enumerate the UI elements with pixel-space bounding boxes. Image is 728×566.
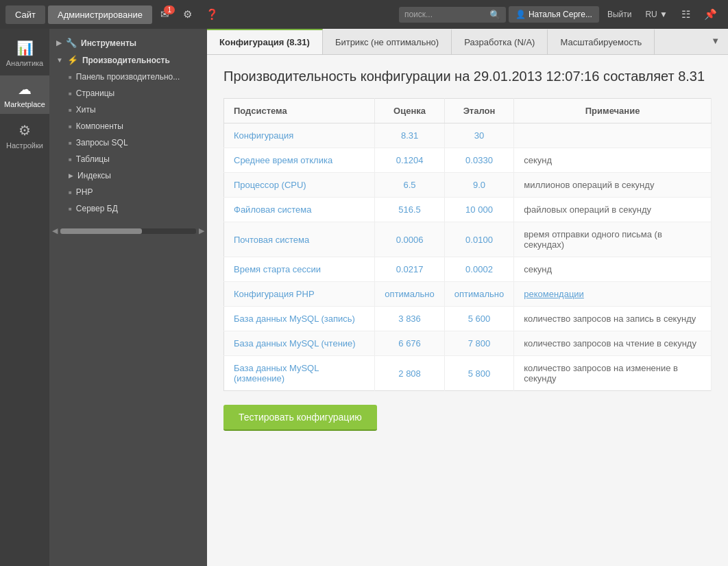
user-button[interactable]: 👤 Наталья Серге... [509, 6, 599, 23]
tools-icon: 🔧 [66, 38, 77, 48]
cell-score: 8.31 [375, 123, 444, 148]
table-row: Среднее время отклика0.12040.0330секунд [224, 148, 712, 173]
tab-bitrix[interactable]: Битрикс (не оптимально) [323, 29, 452, 54]
cell-subsystem[interactable]: База данных MySQL (чтение) [224, 331, 375, 356]
tab-config[interactable]: Конфигурация (8.31) [207, 29, 323, 54]
language-button[interactable]: RU ▼ [640, 6, 673, 23]
table-row: Процессор (CPU)6.59.0миллионов операций … [224, 173, 712, 198]
user-label: Наталья Серге... [529, 10, 592, 19]
main-content: Конфигурация (8.31) Битрикс (не оптималь… [207, 29, 728, 566]
site-button[interactable]: Сайт [5, 5, 45, 24]
nav-tables-label: Таблицы [76, 154, 110, 164]
tab-dev[interactable]: Разработка (N/A) [452, 29, 548, 54]
cell-standard: 0.0330 [444, 148, 513, 173]
cell-subsystem[interactable]: Процессор (CPU) [224, 173, 375, 198]
cell-note: количество запросов на чтение в секунду [514, 331, 712, 356]
nav-item-db-server[interactable]: ■ Сервер БД [49, 200, 207, 217]
table-row: Конфигурация PHPоптимальнооптимальнореко… [224, 282, 712, 307]
nav-item-panel[interactable]: ■ Панель производительно... [49, 69, 207, 85]
test-config-button[interactable]: Тестировать конфигурацию [223, 405, 377, 431]
nav-item-performance[interactable]: ▼ ⚡ Производительность [49, 51, 207, 69]
sidebar-item-marketplace[interactable]: ☁ Marketplace [0, 75, 49, 114]
cell-note: количество запросов на запись в секунду [514, 307, 712, 331]
cell-subsystem[interactable]: Файловая система [224, 198, 375, 222]
grid-icon-button[interactable]: ☷ [676, 5, 696, 23]
cell-subsystem[interactable]: Время старта сессии [224, 257, 375, 282]
sidebar: 📊 Аналитика ☁ Marketplace ⚙ Настройки [0, 29, 49, 566]
col-header-score: Оценка [375, 99, 444, 123]
cell-subsystem[interactable]: Конфигурация [224, 123, 375, 148]
performance-table: Подсистема Оценка Эталон Примечание Конф… [223, 98, 712, 391]
notifications-button[interactable]: ✉ 1 [155, 5, 175, 23]
notifications-badge: 1 [164, 5, 175, 14]
cell-standard: 0.0002 [444, 257, 513, 282]
admin-button[interactable]: Администрирование [48, 5, 152, 24]
cell-note[interactable]: рекомендации [514, 282, 712, 307]
sidebar-marketplace-label: Marketplace [4, 100, 45, 108]
bullet-icon: ■ [69, 123, 72, 130]
cell-note: количество запросов на изменение в секун… [514, 356, 712, 391]
nav-item-instruments[interactable]: ▶ 🔧 Инструменты [49, 34, 207, 51]
cell-score: 0.1204 [375, 148, 444, 173]
bullet-icon: ■ [69, 74, 72, 80]
page-title: Производительность конфигурации на 29.01… [223, 69, 712, 84]
table-row: Время старта сессии0.02170.0002секунд [224, 257, 712, 282]
table-row: Почтовая система0.00060.0100время отправ… [224, 222, 712, 257]
bullet-icon: ■ [69, 156, 72, 163]
recommendations-link[interactable]: рекомендации [524, 289, 584, 299]
cell-standard: 0.0100 [444, 222, 513, 257]
tabs-bar: Конфигурация (8.31) Битрикс (не оптималь… [207, 29, 728, 55]
cell-score: 516.5 [375, 198, 444, 222]
nav-indexes-label: Индексы [77, 171, 111, 180]
cell-score: 6.5 [375, 173, 444, 198]
bullet-icon: ■ [69, 91, 72, 97]
cell-subsystem[interactable]: Конфигурация PHP [224, 282, 375, 307]
settings-icon-button[interactable]: ⚙ [178, 5, 197, 23]
sidebar-analytics-label: Аналитика [6, 59, 43, 67]
nav-item-tables[interactable]: ■ Таблицы [49, 151, 207, 167]
settings-icon: ⚙ [19, 122, 31, 139]
nav-item-sql[interactable]: ■ Запросы SQL [49, 134, 207, 151]
nav-item-hits[interactable]: ■ Хиты [49, 102, 207, 118]
help-button[interactable]: ❓ [200, 5, 224, 23]
language-label: RU [645, 10, 657, 19]
cell-subsystem[interactable]: Почтовая система [224, 222, 375, 257]
user-icon: 👤 [515, 10, 526, 19]
content-area: Производительность конфигурации на 29.01… [207, 55, 728, 566]
nav-item-components[interactable]: ■ Компоненты [49, 118, 207, 134]
nav-item-pages[interactable]: ■ Страницы [49, 85, 207, 102]
cell-score: 0.0006 [375, 222, 444, 257]
tab-dropdown-button[interactable]: ▼ [703, 29, 728, 54]
table-row: База данных MySQL (чтение)6 6767 800коли… [224, 331, 712, 356]
nav-tree: ▶ 🔧 Инструменты ▼ ⚡ Производительность ■… [49, 29, 207, 566]
col-header-subsystem: Подсистема [224, 99, 375, 123]
cell-score: оптимально [375, 282, 444, 307]
cell-score: 6 676 [375, 331, 444, 356]
exit-button[interactable]: Выйти [602, 6, 638, 23]
cell-score: 2 808 [375, 356, 444, 391]
search-input[interactable] [404, 10, 487, 19]
sidebar-item-settings[interactable]: ⚙ Настройки [0, 117, 49, 155]
arrow-down-icon: ▼ [56, 56, 63, 64]
cell-subsystem[interactable]: База данных MySQL (запись) [224, 307, 375, 331]
bullet-icon: ■ [69, 206, 72, 212]
nav-panel-label: Панель производительно... [76, 72, 180, 82]
search-box: 🔍 [399, 7, 506, 23]
bullet-icon: ■ [69, 107, 72, 113]
nav-performance-label: Производительность [82, 56, 170, 65]
cell-standard: 5 600 [444, 307, 513, 331]
pin-icon-button[interactable]: 📌 [699, 5, 723, 23]
cell-standard: 30 [444, 123, 513, 148]
cell-note: время отправки одного письма (в секундах… [514, 222, 712, 257]
bullet-icon: ■ [69, 140, 72, 146]
table-row: База данных MySQL (изменение)2 8085 800к… [224, 356, 712, 391]
sidebar-settings-label: Настройки [6, 141, 43, 150]
cell-subsystem[interactable]: Среднее время отклика [224, 148, 375, 173]
nav-item-indexes[interactable]: ▶ Индексы [49, 167, 207, 184]
sidebar-item-analytics[interactable]: 📊 Аналитика [0, 34, 49, 73]
cell-subsystem[interactable]: База данных MySQL (изменение) [224, 356, 375, 391]
arrow-right-icon: ▶ [56, 39, 62, 47]
nav-sql-label: Запросы SQL [76, 138, 128, 148]
nav-item-php[interactable]: ■ PHP [49, 184, 207, 200]
tab-scale[interactable]: Масштабируемость [548, 29, 655, 54]
